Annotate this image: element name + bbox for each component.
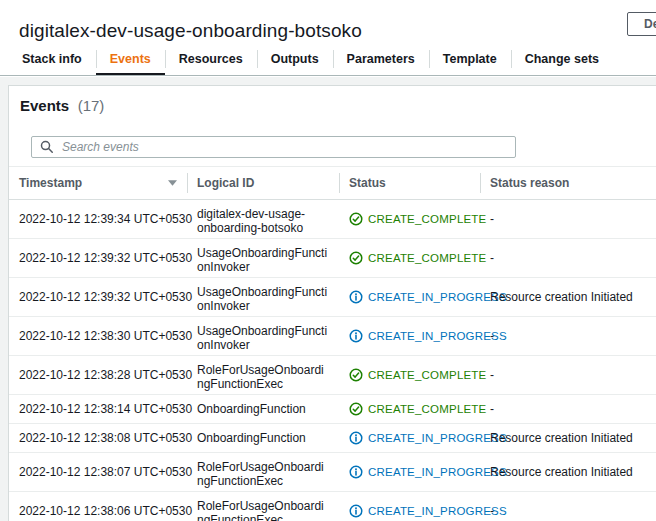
- status-label: CREATE_IN_PROGRESS: [368, 329, 507, 343]
- timestamp-cell: 2022-10-12 12:39:34 UTC+0530: [19, 208, 177, 230]
- events-count: (17): [78, 97, 105, 114]
- tab-label: Parameters: [347, 52, 415, 66]
- status-cell: CREATE_COMPLETE: [349, 247, 470, 269]
- status-cell: CREATE_IN_PROGRESS: [349, 325, 470, 347]
- status-reason-cell: -: [490, 500, 656, 521]
- tab-resources[interactable]: Resources: [165, 42, 257, 75]
- check-circle-icon: [349, 251, 363, 265]
- column-label: Status reason: [490, 176, 569, 190]
- logical-id-cell: RoleForUsageOnboardingFunctionExec: [197, 359, 329, 391]
- status-label: CREATE_COMPLETE: [368, 368, 486, 382]
- logical-id-cell: digitalex-dev-usage-onboarding-botsoko: [197, 203, 329, 235]
- search-input[interactable]: [31, 136, 516, 158]
- status-reason-cell: -: [490, 325, 656, 347]
- column-header-status-reason[interactable]: Status reason: [480, 167, 656, 200]
- events-card-header: Events (17): [9, 86, 656, 158]
- info-circle-icon: [349, 290, 363, 304]
- check-circle-icon: [349, 368, 363, 382]
- timestamp-cell: 2022-10-12 12:38:06 UTC+0530: [19, 500, 177, 521]
- logical-id-cell: OnboardingFunction: [197, 427, 329, 449]
- table-header-row: Timestamp Logical ID Status Status reaso…: [9, 167, 656, 200]
- sort-descending-icon: [168, 180, 177, 186]
- info-circle-icon: [349, 329, 363, 343]
- column-header-status[interactable]: Status: [339, 167, 480, 200]
- table-row: 2022-10-12 12:39:34 UTC+0530 digitalex-d…: [9, 200, 656, 239]
- status-label: CREATE_COMPLETE: [368, 251, 486, 265]
- status-reason-cell: -: [490, 364, 656, 386]
- page-title: digitalex-dev-usage-onboarding-botsoko: [19, 20, 362, 42]
- tab-change-sets[interactable]: Change sets: [511, 42, 613, 75]
- status-label: CREATE_COMPLETE: [368, 402, 486, 416]
- logical-id-cell: RoleForUsageOnboardingFunctionExec: [197, 495, 329, 521]
- timestamp-cell: 2022-10-12 12:38:07 UTC+0530: [19, 461, 177, 483]
- events-table: Timestamp Logical ID Status Status reaso…: [9, 166, 656, 521]
- tab-label: Outputs: [271, 52, 319, 66]
- logical-id-cell: UsageOnboardingFunctionInvoker: [197, 320, 329, 352]
- logical-id-cell: UsageOnboardingFunctionInvoker: [197, 281, 329, 313]
- status-cell: CREATE_IN_PROGRESS: [349, 427, 470, 449]
- table-row: 2022-10-12 12:39:32 UTC+0530 UsageOnboar…: [9, 278, 656, 317]
- table-row: 2022-10-12 12:38:07 UTC+0530 RoleForUsag…: [9, 453, 656, 492]
- timestamp-cell: 2022-10-12 12:39:32 UTC+0530: [19, 286, 177, 308]
- status-label: CREATE_IN_PROGRESS: [368, 504, 507, 518]
- status-cell: CREATE_IN_PROGRESS: [349, 286, 470, 308]
- status-label: CREATE_IN_PROGRESS: [368, 465, 507, 479]
- table-row: 2022-10-12 12:38:06 UTC+0530 RoleForUsag…: [9, 492, 656, 521]
- table-row: 2022-10-12 12:39:32 UTC+0530 UsageOnboar…: [9, 239, 656, 278]
- tab-label: Template: [443, 52, 497, 66]
- timestamp-cell: 2022-10-12 12:38:30 UTC+0530: [19, 325, 177, 347]
- table-row: 2022-10-12 12:38:14 UTC+0530 OnboardingF…: [9, 395, 656, 424]
- status-label: CREATE_IN_PROGRESS: [368, 290, 507, 304]
- status-label: CREATE_IN_PROGRESS: [368, 431, 507, 445]
- tab-label: Events: [110, 52, 151, 66]
- status-reason-cell: -: [490, 398, 656, 420]
- check-circle-icon: [349, 212, 363, 226]
- status-reason-cell: Resource creation Initiated: [490, 461, 656, 483]
- tab-label: Change sets: [525, 52, 599, 66]
- events-card: Events (17) Timestamp: [8, 85, 656, 521]
- table-row: 2022-10-12 12:38:28 UTC+0530 RoleForUsag…: [9, 356, 656, 395]
- logical-id-cell: UsageOnboardingFunctionInvoker: [197, 242, 329, 274]
- tab-label: Stack info: [22, 52, 82, 66]
- status-reason-cell: -: [490, 208, 656, 230]
- tab-template[interactable]: Template: [429, 42, 511, 75]
- events-heading: Events: [20, 97, 69, 114]
- search-wrap: [31, 136, 516, 158]
- table-row: 2022-10-12 12:38:08 UTC+0530 OnboardingF…: [9, 424, 656, 453]
- tab-stack-info[interactable]: Stack info: [8, 42, 96, 75]
- column-label: Logical ID: [197, 176, 254, 190]
- status-reason-cell: Resource creation Initiated: [490, 427, 656, 449]
- timestamp-cell: 2022-10-12 12:39:32 UTC+0530: [19, 247, 177, 269]
- column-header-timestamp[interactable]: Timestamp: [9, 167, 187, 200]
- status-cell: CREATE_COMPLETE: [349, 364, 470, 386]
- tab-parameters[interactable]: Parameters: [333, 42, 429, 75]
- events-table-body: 2022-10-12 12:39:34 UTC+0530 digitalex-d…: [9, 200, 656, 521]
- page-header: digitalex-dev-usage-onboarding-botsoko D…: [0, 0, 656, 42]
- status-label: CREATE_COMPLETE: [368, 212, 486, 226]
- logical-id-cell: RoleForUsageOnboardingFunctionExec: [197, 456, 329, 488]
- tabs: Stack info Events Resources Outputs Para…: [0, 42, 656, 76]
- tab-events[interactable]: Events: [96, 42, 165, 75]
- status-reason-cell: -: [490, 247, 656, 269]
- column-label: Status: [349, 176, 386, 190]
- timestamp-cell: 2022-10-12 12:38:08 UTC+0530: [19, 427, 177, 449]
- tab-label: Resources: [179, 52, 243, 66]
- info-circle-icon: [349, 431, 363, 445]
- timestamp-cell: 2022-10-12 12:38:28 UTC+0530: [19, 364, 177, 386]
- check-circle-icon: [349, 402, 363, 416]
- column-label: Timestamp: [19, 176, 82, 190]
- status-cell: CREATE_COMPLETE: [349, 208, 470, 230]
- status-cell: CREATE_IN_PROGRESS: [349, 500, 470, 521]
- content-area: Events (17) Timestamp: [0, 77, 656, 521]
- search-icon: [40, 140, 54, 154]
- logical-id-cell: OnboardingFunction: [197, 398, 329, 420]
- column-header-logical-id[interactable]: Logical ID: [187, 167, 339, 200]
- status-cell: CREATE_COMPLETE: [349, 398, 470, 420]
- status-reason-cell: Resource creation Initiated: [490, 286, 656, 308]
- delete-button[interactable]: Delete: [627, 12, 656, 36]
- info-circle-icon: [349, 504, 363, 518]
- table-row: 2022-10-12 12:38:30 UTC+0530 UsageOnboar…: [9, 317, 656, 356]
- timestamp-cell: 2022-10-12 12:38:14 UTC+0530: [19, 398, 177, 420]
- info-circle-icon: [349, 465, 363, 479]
- tab-outputs[interactable]: Outputs: [257, 42, 333, 75]
